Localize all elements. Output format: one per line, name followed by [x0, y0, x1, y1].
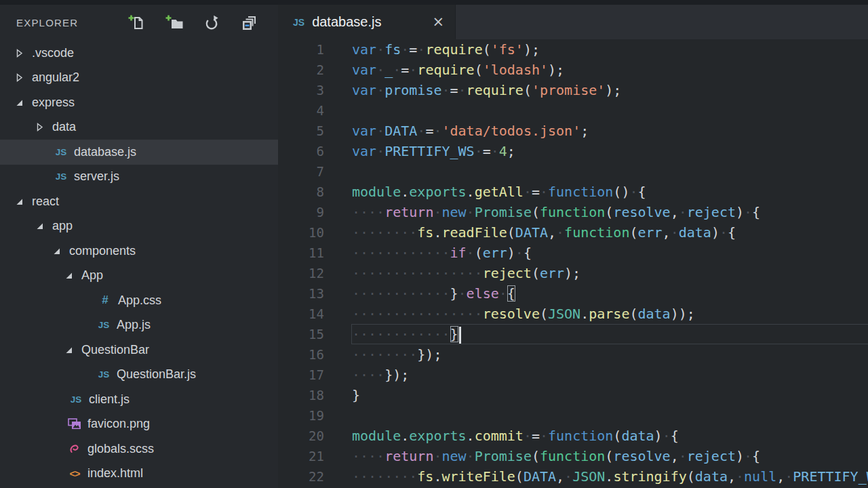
chevron-expanded-icon	[52, 247, 61, 256]
tree-file-globals-scss[interactable]: globals.scss	[0, 436, 278, 462]
tab-database-js[interactable]: JS database.js ×	[278, 5, 456, 39]
line-number: 15	[278, 324, 324, 344]
code-line-22[interactable]: 22········fs.writeFile(DATA,·JSON.string…	[278, 466, 868, 487]
line-content: ········fs.readFile(DATA,·function(err,·…	[324, 222, 736, 243]
line-number: 9	[278, 202, 324, 222]
tree-item-label: database.js	[74, 145, 136, 159]
tree-item-label: App.css	[118, 293, 161, 308]
line-content: var·PRETTIFY_WS·=·4;	[324, 141, 515, 161]
line-content	[324, 100, 352, 121]
code-line-21[interactable]: 21····return·new·Promise(function(resolv…	[278, 446, 868, 466]
js-file-icon: JS	[53, 171, 69, 182]
code-line-3[interactable]: 3var·promise·=·require('promise');	[278, 80, 868, 100]
tree-item-label: data	[52, 120, 76, 134]
chevron-expanded-icon	[64, 271, 73, 280]
tree-folder-app[interactable]: app	[0, 214, 278, 239]
line-number: 1	[278, 39, 324, 60]
tree-folder-components[interactable]: components	[0, 239, 278, 264]
line-number: 3	[278, 80, 324, 100]
code-line-17[interactable]: 17····});	[278, 365, 868, 385]
code-line-1[interactable]: 1var·fs·=·require('fs');	[278, 39, 868, 60]
tree-file-App-css[interactable]: #App.css	[0, 288, 278, 313]
tree-file-server-js[interactable]: JSserver.js	[0, 165, 278, 190]
tree-folder-angular2[interactable]: angular2	[0, 66, 278, 91]
line-number: 13	[278, 283, 324, 304]
tree-file-favicon-png[interactable]: favicon.png	[0, 412, 278, 437]
tree-folder--vscode[interactable]: .vscode	[0, 41, 278, 66]
tree-item-label: index.html	[87, 466, 143, 481]
tree-item-label: App	[81, 268, 103, 283]
code-line-7[interactable]: 7	[278, 161, 868, 182]
code-line-19[interactable]: 19	[278, 405, 868, 426]
js-file-icon: JS	[293, 17, 304, 28]
explorer-title: EXPLORER	[16, 17, 78, 28]
js-file-icon: JS	[96, 320, 112, 330]
code-line-8[interactable]: 8module.exports.getAll·=·function()·{	[278, 182, 868, 202]
code-line-16[interactable]: 16········});	[278, 344, 868, 365]
workbench: EXPLORER	[0, 5, 868, 488]
matched-bracket: {	[507, 285, 515, 302]
chevron-expanded-icon	[64, 346, 73, 354]
tree-folder-QuestionBar[interactable]: QuestionBar	[0, 338, 278, 363]
line-number: 14	[278, 304, 324, 324]
code-line-12[interactable]: 12················reject(err);	[278, 263, 868, 283]
chevron-expanded-icon	[35, 222, 44, 230]
code-line-11[interactable]: 11············if·(err)·{	[278, 243, 868, 263]
code-line-20[interactable]: 20module.exports.commit·=·function(data)…	[278, 426, 868, 446]
line-content	[324, 405, 352, 426]
js-file-icon: JS	[96, 369, 112, 380]
tree-item-label: client.js	[89, 392, 130, 407]
tree-item-label: angular2	[32, 70, 79, 85]
line-content: ····return·new·Promise(function(resolve,…	[324, 446, 760, 466]
line-number: 12	[278, 263, 324, 283]
line-content: var·_·=·require('lodash');	[324, 60, 564, 80]
code-line-14[interactable]: 14················resolve(JSON.parse(dat…	[278, 304, 868, 324]
tree-folder-express[interactable]: express	[0, 90, 278, 115]
tree-file-client-js[interactable]: JSclient.js	[0, 387, 278, 412]
tree-item-label: components	[69, 244, 136, 258]
tree-item-label: QuestionBar.js	[117, 367, 196, 382]
line-number: 11	[278, 243, 324, 263]
line-number: 21	[278, 446, 324, 466]
tree-file-index-html[interactable]: <>index.html	[0, 462, 278, 487]
tree-folder-App[interactable]: App	[0, 264, 278, 289]
html-file-icon: <>	[66, 468, 83, 479]
new-file-icon[interactable]	[128, 14, 146, 32]
tree-file-App-js[interactable]: JSApp.js	[0, 313, 278, 338]
editor-group: JS database.js × 1var·fs·=·require('fs')…	[278, 5, 868, 488]
code-line-6[interactable]: 6var·PRETTIFY_WS·=·4;	[278, 141, 868, 161]
code-line-18[interactable]: 18}	[278, 385, 868, 405]
code-line-9[interactable]: 9····return·new·Promise(function(resolve…	[278, 202, 868, 222]
line-content: }	[324, 385, 360, 405]
line-number: 17	[278, 365, 324, 385]
code-line-5[interactable]: 5var·DATA·=·'data/todos.json';	[278, 121, 868, 141]
line-number: 18	[278, 385, 324, 405]
tree-item-label: .vscode	[32, 46, 74, 60]
collapse-all-icon[interactable]	[240, 14, 258, 32]
line-number: 2	[278, 60, 324, 80]
line-number: 5	[278, 121, 324, 141]
code-line-15[interactable]: 15············}	[278, 324, 868, 344]
matched-bracket: }	[450, 326, 458, 342]
chevron-collapsed-icon	[15, 49, 24, 58]
chevron-collapsed-icon	[15, 73, 24, 82]
tree-file-QuestionBar-js[interactable]: JSQuestionBar.js	[0, 363, 278, 388]
explorer-toolbar	[128, 14, 258, 32]
code-area[interactable]: 1var·fs·=·require('fs');2var·_·=·require…	[278, 39, 868, 488]
refresh-icon[interactable]	[203, 14, 220, 32]
tree-item-label: App.js	[117, 318, 151, 332]
js-file-icon: JS	[68, 394, 84, 405]
new-folder-icon[interactable]	[165, 14, 183, 32]
tree-file-database-js[interactable]: JSdatabase.js	[0, 140, 278, 165]
tree-folder-data[interactable]: data	[0, 115, 278, 140]
line-content: module.exports.commit·=·function(data)·{	[324, 426, 679, 446]
code-line-4[interactable]: 4	[278, 100, 868, 121]
code-line-2[interactable]: 2var·_·=·require('lodash');	[278, 60, 868, 80]
code-line-13[interactable]: 13············}·else·{	[278, 283, 868, 304]
line-content: module.exports.getAll·=·function()·{	[324, 182, 646, 202]
code-line-10[interactable]: 10········fs.readFile(DATA,·function(err…	[278, 222, 868, 243]
tab-close-icon[interactable]: ×	[432, 15, 444, 29]
line-content: ················resolve(JSON.parse(data)…	[324, 304, 695, 324]
js-file-icon: JS	[53, 147, 69, 157]
tree-folder-react[interactable]: react	[0, 189, 278, 214]
